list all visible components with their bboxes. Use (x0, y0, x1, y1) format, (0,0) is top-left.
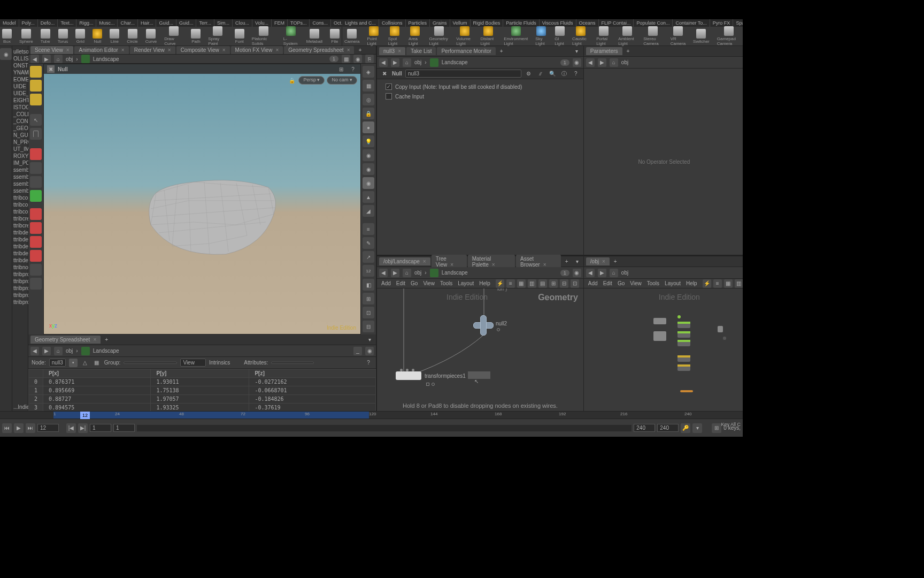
nav-fwd-button[interactable]: ▶ (42, 55, 51, 63)
shelf-spot-light[interactable]: Spot Light (388, 26, 401, 46)
shelf-platonic-solids[interactable]: Platonic Solids (252, 26, 276, 46)
ss-nav-back[interactable]: ◀ (30, 347, 39, 355)
layout-icon[interactable]: ▦ (724, 279, 733, 288)
tool-d[interactable] (30, 190, 42, 202)
shelf-tab[interactable]: Grains (430, 19, 450, 27)
menu-edit[interactable]: Edit (396, 280, 405, 286)
pm-nav-back[interactable]: ◀ (379, 58, 388, 67)
range-end2-field[interactable]: 240 (657, 424, 679, 432)
layout-icon[interactable]: ≡ (713, 279, 722, 288)
vis-tool-4[interactable]: ✎ (363, 237, 374, 249)
shelf-tab[interactable]: Viscous Fluids (540, 19, 576, 27)
shelf-tab[interactable]: FLIP Contai... (599, 19, 634, 27)
path-obj[interactable]: obj (66, 56, 73, 62)
tab-take-list[interactable]: Take List (406, 47, 436, 55)
layout-icon[interactable]: ▥ (735, 279, 743, 288)
ss-nav-fwd[interactable]: ▶ (42, 347, 51, 355)
shelf-tab[interactable]: Musc... (96, 19, 118, 27)
search-icon[interactable]: 🔍 (548, 70, 557, 78)
shelf-camera[interactable]: Camera (344, 29, 359, 44)
tab-animation-editor[interactable]: Animation Editor× (74, 46, 128, 54)
pane-menu-icon[interactable]: ▾ (574, 257, 581, 266)
tab-composite-view[interactable]: Composite View× (176, 46, 230, 54)
add-tab-button[interactable]: + (611, 257, 620, 265)
play-start-button[interactable]: ⏮ (2, 423, 12, 433)
play-end-button[interactable]: ⏭ (26, 423, 35, 433)
ss-path-node[interactable]: Landscape (93, 348, 119, 354)
pr-home-icon[interactable]: ⌂ (610, 58, 618, 67)
camera-dropdown[interactable]: No cam ▾ (327, 76, 357, 85)
play-button[interactable]: ▶ (14, 423, 24, 433)
shelf-tube[interactable]: Tube (41, 29, 50, 44)
column-header[interactable] (29, 369, 43, 378)
shelf-tab[interactable]: Particle Fluids (503, 19, 540, 27)
tool-g[interactable] (30, 236, 42, 248)
layout-icon[interactable]: ⚡ (496, 279, 504, 288)
radial-icon[interactable]: ◉ (0, 48, 12, 60)
shelf-tab[interactable]: Oceans (576, 19, 599, 27)
menu-view[interactable]: View (423, 280, 435, 286)
column-header[interactable]: P[y] (151, 369, 249, 378)
param-name-field[interactable]: null3 (405, 70, 521, 78)
add-tab-button[interactable]: + (562, 257, 572, 265)
shelf-stereo-camera[interactable]: Stereo Camera (643, 26, 663, 46)
disp-tool-5[interactable]: ● (363, 121, 374, 133)
menu-layout[interactable]: Layout (458, 280, 474, 286)
tab-motion-fx-view[interactable]: Motion FX View× (231, 46, 283, 54)
layout-icon[interactable]: ⚡ (703, 279, 711, 288)
copy-input-checkbox[interactable]: ✓ (386, 83, 392, 90)
close-icon[interactable]: × (275, 47, 279, 53)
shelf-caustic-light[interactable]: Caustic Light (572, 26, 589, 46)
nav-back-button[interactable]: ◀ (30, 55, 39, 63)
add-tab-button[interactable]: + (355, 46, 365, 54)
tool-b[interactable] (30, 162, 42, 174)
layout-icon[interactable]: ⊡ (571, 279, 579, 288)
shelf-spray-paint[interactable]: Spray Paint (208, 26, 227, 46)
link-icon[interactable]: ⎘ (365, 55, 374, 63)
add-tab-button[interactable]: + (623, 47, 633, 55)
mn-home-icon[interactable]: ⌂ (610, 269, 618, 277)
ss-pin-icon[interactable]: ⎯ (353, 347, 362, 355)
step-back-button[interactable]: |◀ (66, 423, 76, 433)
mini-node-8[interactable] (718, 326, 723, 332)
filter-icon[interactable]: ⫽ (536, 70, 545, 78)
attributes-field[interactable] (271, 362, 314, 364)
help-icon[interactable]: ? (349, 65, 357, 73)
mn-nav-back[interactable]: ◀ (586, 269, 595, 277)
tool-j[interactable] (30, 278, 42, 290)
shelf-circle[interactable]: Circle (127, 29, 137, 44)
close-icon[interactable]: × (66, 47, 70, 53)
shelf-tab[interactable]: Text... (58, 19, 76, 27)
home-icon[interactable]: ⌂ (54, 55, 63, 63)
light-tool-4[interactable]: ◉ (363, 177, 374, 189)
shelf-null[interactable]: Null (93, 29, 102, 44)
mini-node-3[interactable] (677, 322, 690, 328)
tab-performance-monitor[interactable]: Performance Monitor (437, 47, 495, 55)
shelf-tab[interactable]: Terr... (196, 19, 214, 27)
menu-go[interactable]: Go (618, 280, 625, 286)
shelf-tab[interactable]: Rigg... (76, 19, 96, 27)
step-fwd-button[interactable]: ▶| (78, 423, 88, 433)
menu-add[interactable]: Add (588, 280, 598, 286)
menu-layout[interactable]: Layout (665, 280, 681, 286)
pm-path-obj[interactable]: obj (414, 59, 421, 65)
column-header[interactable]: P[z] (249, 369, 376, 378)
shelf-ambient-light[interactable]: Ambient Light (618, 26, 636, 46)
select-tool[interactable] (30, 66, 42, 78)
mini-node-1[interactable] (653, 318, 666, 324)
view-dropdown[interactable]: View (180, 359, 206, 367)
node-null2[interactable]: null2 (473, 315, 492, 334)
info-icon[interactable]: ⓘ (560, 70, 568, 78)
shelf-vr-camera[interactable]: VR Camera (671, 26, 686, 46)
pm-home-icon[interactable]: ⌂ (403, 58, 411, 67)
table-row[interactable]: 00.8763711.93011-0.0272162 (29, 378, 376, 386)
shelf-sphere[interactable]: Sphere (19, 29, 33, 44)
tab--obj-landscape[interactable]: /obj/Landscape× (379, 257, 430, 265)
tab-asset-browser[interactable]: Asset Browser× (516, 255, 561, 269)
tab-geometry-spreadsheet[interactable]: Geometry Spreadsheet× (30, 336, 101, 344)
disp-tool-1[interactable]: ◈ (363, 66, 374, 78)
shelf-tab[interactable]: Cons... (310, 19, 331, 27)
menu-tools[interactable]: Tools (647, 280, 659, 286)
tool-f[interactable] (30, 222, 42, 234)
path-node[interactable]: Landscape (93, 56, 119, 62)
